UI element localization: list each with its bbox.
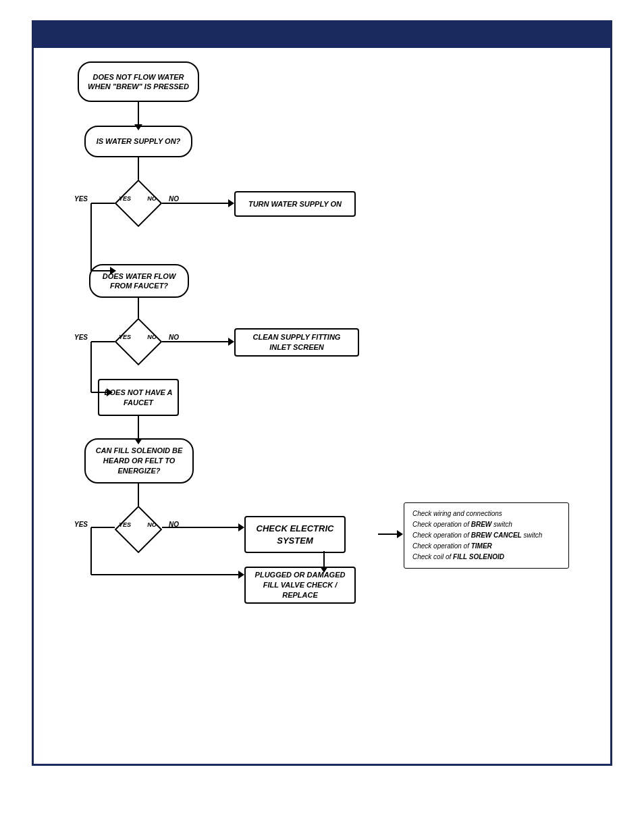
action2-node: CLEAN SUPPLY FITTINGINLET SCREEN [234, 328, 359, 357]
info-box: Check wiring and connections Check opera… [404, 502, 569, 569]
diamond-q1: YES NO [115, 180, 162, 227]
q3-yes-arrow-label: YES [74, 521, 88, 528]
q3-no-arrow-label: NO [169, 521, 179, 528]
action1-node: TURN WATER SUPPLY ON [234, 191, 356, 217]
diamond-q3: YES NO [115, 506, 162, 553]
q2-no-label: NO [142, 334, 162, 340]
no-faucet-node: DOES NOT HAVE A FAUCET [98, 379, 179, 416]
q1-node: IS WATER SUPPLY ON? [84, 126, 192, 157]
svg-marker-17 [228, 338, 234, 346]
diagram-container: DOES NOT FLOW WATER WHEN "BREW" IS PRESS… [32, 20, 612, 766]
check-electric-node: CHECK ELECTRIC SYSTEM [244, 516, 346, 553]
q1-no-arrow-label: NO [169, 195, 179, 203]
svg-marker-27 [238, 523, 244, 531]
svg-marker-9 [228, 199, 234, 207]
q2-node: DOES WATER FLOW FROM FAUCET? [89, 264, 189, 298]
plugged-node: PLUGGED OR DAMAGED FILL VALVE CHECK / RE… [244, 567, 356, 604]
q1-no-label: NO [142, 195, 162, 202]
svg-marker-31 [397, 530, 403, 538]
q1-yes-arrow-label: YES [74, 195, 88, 203]
q2-yes-arrow-label: YES [74, 334, 88, 341]
q3-yes-label: YES [115, 521, 135, 528]
q1-yes-label: YES [115, 195, 135, 202]
page: DOES NOT FLOW WATER WHEN "BREW" IS PRESS… [0, 0, 644, 834]
q2-no-arrow-label: NO [169, 334, 179, 341]
svg-marker-25 [238, 571, 244, 579]
diamond-q2: YES NO [115, 318, 162, 365]
flowchart-area: DOES NOT FLOW WATER WHEN "BREW" IS PRESS… [34, 48, 610, 764]
start-node: DOES NOT FLOW WATER WHEN "BREW" IS PRESS… [78, 61, 199, 102]
q2-yes-label: YES [115, 334, 135, 340]
header-bar [34, 22, 610, 48]
q3-node: CAN FILL SOLENOID BE HEARD OR FELT TO EN… [84, 438, 194, 484]
q3-no-label: NO [142, 521, 162, 528]
